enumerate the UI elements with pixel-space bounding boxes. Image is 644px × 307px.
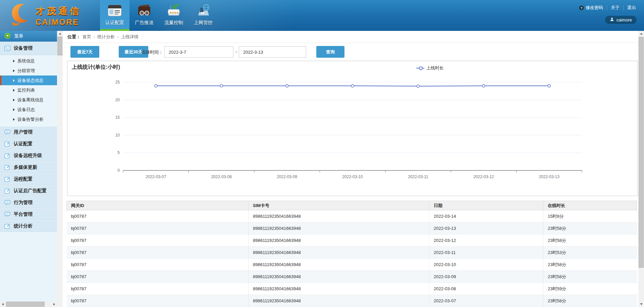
sidebar-item[interactable]: 统计分析 (0, 220, 57, 232)
svg-text:0: 0 (117, 168, 120, 173)
chart-legend[interactable]: 上线时长 (416, 65, 444, 71)
sidebar-item[interactable]: 平台管理 (0, 208, 57, 220)
brand-text: 才茂通信 CAIMORE (36, 5, 81, 27)
breadcrumb-item[interactable]: 上线详情 (121, 34, 139, 39)
sidebar-item[interactable]: 设备远程升级 (0, 150, 57, 161)
header-link[interactable]: ?修改密码 (579, 5, 603, 11)
scroll-down-arrow[interactable] (638, 301, 644, 307)
content-vertical-scrollbar[interactable] (57, 31, 63, 307)
breadcrumb-item[interactable]: 统计分析 (97, 34, 115, 39)
sidebar-item[interactable]: 远程配置 (0, 173, 57, 185)
table-cell: 2022-03-14 (429, 210, 543, 222)
breadcrumb-item[interactable]: 首页 (83, 34, 91, 39)
user-pill[interactable]: caimore (605, 16, 637, 24)
edit-icon (4, 223, 10, 229)
breadcrumb-separator: › (94, 34, 95, 39)
nav-tab[interactable]: 认证配置 (100, 0, 129, 31)
nav-tab[interactable]: 上网管控 (189, 0, 218, 31)
chat-icon (4, 200, 10, 206)
caret-right-icon (13, 89, 15, 92)
brand-name-en: CAIMORE (36, 18, 81, 27)
sidebar-sub-item-label: 设备告警分析 (17, 116, 44, 122)
chart-title: 上线统计(单位:小时) (72, 64, 120, 71)
header-link[interactable]: 退出 (627, 5, 636, 11)
sidebar-item[interactable]: 设备管理 (0, 42, 57, 55)
table-cell: 89861119235041663948 (249, 235, 429, 247)
filter-toolbar: 最近7天 最近30天 选择时间： ~ 查询 (63, 43, 638, 61)
sidebar-horizontal-scrollbar[interactable] (0, 301, 57, 307)
sidebar-item[interactable]: 认证后广告配置 (0, 185, 57, 197)
sidebar-sub-item[interactable]: 分组管理 (0, 66, 57, 75)
sidebar-item[interactable]: 多媒体更新 (0, 161, 57, 173)
sidebar-sub-item-label: 监控列表 (17, 87, 35, 93)
sidebar-item-label: 多媒体更新 (14, 164, 37, 170)
svg-text:20: 20 (115, 98, 120, 102)
scroll-up-arrow[interactable] (638, 31, 644, 37)
date-from-input[interactable] (164, 46, 233, 58)
tab-label: 上网管控 (194, 20, 213, 26)
table-column-header: SIM卡号 (249, 201, 429, 210)
sidebar-sub-item[interactable]: 设备状态信息 (0, 75, 57, 85)
sidebar-sub-item[interactable]: 监控列表 (0, 85, 57, 95)
sidebar-item-label: 设备远程升级 (14, 153, 42, 159)
svg-text:5: 5 (117, 150, 120, 155)
table-cell: 2022-03-11 (429, 247, 543, 259)
tab-label: 流量控制 (164, 20, 183, 26)
user-icon (610, 17, 614, 22)
sidebar-item-label: 统计分析 (14, 223, 33, 229)
sidebar: 菜单 设备管理系统信息分组管理设备状态信息监控列表设备离线信息设备日志设备告警分… (0, 31, 57, 307)
sidebar-menu-header[interactable]: 菜单 (0, 31, 57, 42)
sidebar-sub-item-label: 系统信息 (17, 58, 35, 64)
scroll-left-arrow[interactable] (0, 301, 6, 307)
main-content: 位置：首页›统计分析›上线详情 最近7天 最近30天 选择时间： ~ 查询 05… (63, 31, 638, 307)
sidebar-sub-item-label: 设备离线信息 (17, 97, 44, 103)
table-column-header: 网关ID (67, 201, 249, 210)
table-column-header: 在线时长 (543, 201, 637, 210)
content-scrollbar-thumb[interactable] (57, 37, 62, 55)
caret-right-icon (13, 79, 15, 82)
table-row: bj00787898611192350416639482022-03-1023时… (67, 259, 637, 271)
table-cell: 89861119235041663948 (249, 222, 429, 235)
query-button[interactable]: 查询 (316, 46, 344, 58)
scroll-up-arrow[interactable] (57, 31, 63, 37)
sidebar-sub-item[interactable]: 设备日志 (0, 105, 57, 114)
table-cell: 2022-03-13 (429, 222, 543, 235)
svg-text:2022-03-09: 2022-03-09 (277, 174, 298, 179)
page-vertical-scrollbar[interactable] (638, 31, 644, 307)
sidebar-scrollbar-thumb[interactable] (6, 302, 45, 307)
divider (607, 6, 607, 10)
table-cell: 89861119235041663948 (249, 295, 429, 307)
sidebar-item[interactable]: 用户管理 (0, 126, 57, 138)
header-link[interactable]: 关于 (611, 5, 620, 11)
sidebar-sub-list: 系统信息分组管理设备状态信息监控列表设备离线信息设备日志设备告警分析 (0, 55, 57, 126)
svg-text:10: 10 (115, 133, 120, 138)
date-to-input[interactable] (239, 46, 306, 58)
table-cell: 2022-03-09 (429, 271, 543, 283)
nav-tab[interactable]: 广告推送 (129, 0, 159, 31)
sidebar-sub-item[interactable]: 设备离线信息 (0, 95, 57, 105)
sidebar-item[interactable]: 行为管理 (0, 197, 57, 208)
sidebar-sub-item[interactable]: 系统信息 (0, 56, 57, 66)
nav-tabs: 认证配置广告推送流量控制上网管控 (100, 0, 218, 31)
table-row: bj00787898611192350416639482022-03-0723时… (67, 295, 637, 307)
table-row: bj00787898611192350416639482022-03-0823时… (67, 283, 637, 295)
sidebar-item[interactable]: 认证配置 (0, 138, 57, 150)
chart-panel: 05101520252022-03-072022-03-082022-03-09… (67, 61, 638, 196)
breadcrumb: 位置：首页›统计分析›上线详情 (63, 31, 638, 43)
table-row: bj00787898611192350416639482022-03-1323时… (67, 222, 637, 235)
sidebar-item-label: 认证后广告配置 (14, 188, 47, 194)
last-7-days-button[interactable]: 最近7天 (70, 46, 99, 58)
sidebar-sub-item[interactable]: 设备告警分析 (0, 114, 57, 124)
page-scrollbar-thumb[interactable] (639, 37, 644, 268)
sidebar-item-label: 平台管理 (14, 211, 33, 217)
scroll-right-arrow[interactable] (51, 301, 57, 307)
legend-marker-icon (416, 68, 424, 68)
page: 才茂通信 CAIMORE 认证配置广告推送流量控制上网管控 ?修改密码关于退出 … (0, 0, 644, 307)
header-link-label: 修改密码 (586, 5, 603, 11)
table-cell: 23时58分 (543, 271, 637, 283)
table-header: 网关IDSIM卡号日期在线时长 (67, 201, 637, 210)
caret-right-icon (13, 99, 15, 101)
nav-tab[interactable]: 流量控制 (159, 0, 189, 31)
caret-right-icon (13, 108, 15, 111)
caret-right-icon (13, 69, 15, 72)
